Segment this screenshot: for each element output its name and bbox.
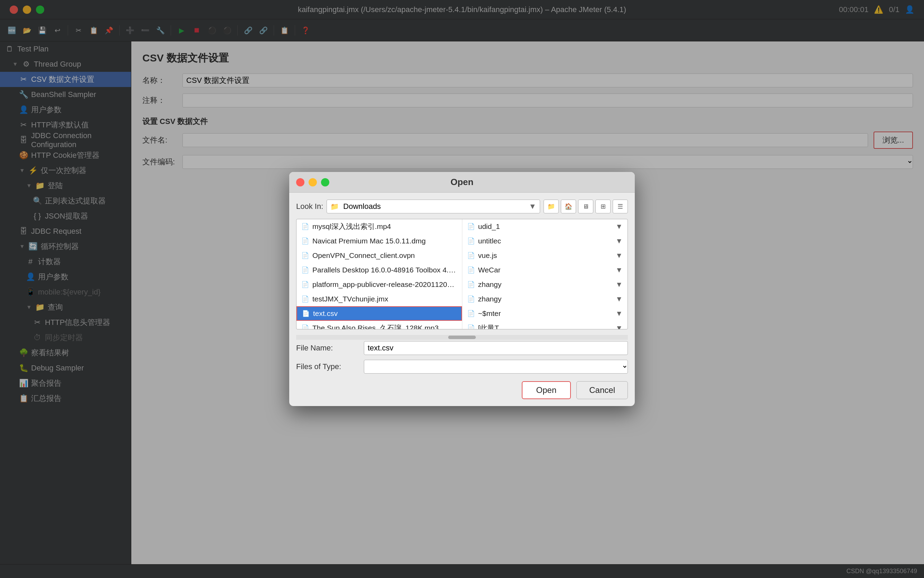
file-name-r: udid_1 bbox=[478, 222, 500, 231]
dropdown-r6: ▼ bbox=[615, 295, 623, 303]
file-list-right: 📄 udid_1 ▼ 📄 untitlec ▼ 📄 vue.js ▼ bbox=[462, 219, 628, 329]
dropdown-r7: ▼ bbox=[615, 309, 623, 318]
dialog-titlebar: Open bbox=[289, 172, 635, 193]
csv-icon: 📄 bbox=[302, 310, 310, 317]
open-button[interactable]: Open bbox=[522, 381, 571, 399]
file-icon: 📄 bbox=[301, 266, 309, 274]
dropdown-r4: ▼ bbox=[615, 266, 623, 274]
file-name-r7: ~$mter bbox=[478, 309, 501, 318]
look-in-select[interactable]: 📁 Downloads ▼ bbox=[327, 200, 540, 213]
desktop-btn[interactable]: 🖥 bbox=[578, 200, 593, 213]
cancel-button[interactable]: Cancel bbox=[576, 381, 628, 399]
file-item-r5[interactable]: 📄 zhangy ▼ bbox=[462, 277, 628, 292]
file-name: OpenVPN_Connect_client.ovpn bbox=[312, 252, 415, 260]
dialog-overlay: Open Look In: 📁 Downloads ▼ 📁 🏠 🖥 ⊞ ☰ bbox=[0, 0, 924, 578]
file-icon: 📄 bbox=[301, 324, 309, 329]
file-icon-r6: 📄 bbox=[467, 295, 475, 303]
dialog-window-controls[interactable] bbox=[296, 178, 329, 187]
file-name: platform_app-publicver-release-202011202… bbox=[312, 280, 457, 289]
file-name-label: File Name: bbox=[296, 344, 358, 352]
dialog-body: Look In: 📁 Downloads ▼ 📁 🏠 🖥 ⊞ ☰ bbox=[289, 193, 635, 406]
file-item-r2[interactable]: 📄 untitlec ▼ bbox=[462, 234, 628, 248]
file-item[interactable]: 📄 Navicat Premium Mac 15.0.11.dmg bbox=[296, 234, 462, 248]
file-icon-r7: 📄 bbox=[467, 310, 475, 317]
dropdown-r8: ▼ bbox=[615, 324, 623, 329]
file-list-left: 📄 mysql深入浅出索引.mp4 📄 Navicat Premium Mac … bbox=[296, 219, 462, 329]
folder-icon: 📁 bbox=[330, 202, 339, 211]
open-dialog: Open Look In: 📁 Downloads ▼ 📁 🏠 🖥 ⊞ ☰ bbox=[289, 172, 635, 406]
file-icon-r2: 📄 bbox=[467, 237, 475, 245]
file-name-r8: [此量T bbox=[478, 323, 499, 329]
file-icon-r3: 📄 bbox=[467, 252, 475, 259]
list-view-btn[interactable]: ☰ bbox=[613, 200, 628, 213]
file-icon-r4: 📄 bbox=[467, 266, 475, 274]
file-name-input[interactable] bbox=[364, 341, 628, 355]
filename-row-dialog: File Name: bbox=[296, 341, 628, 355]
file-name-r3: vue.js bbox=[478, 252, 497, 260]
look-in-value: Downloads bbox=[343, 202, 526, 211]
file-item-r4[interactable]: 📄 WeCar ▼ bbox=[462, 263, 628, 277]
file-list-container: 📄 mysql深入浅出索引.mp4 📄 Navicat Premium Mac … bbox=[296, 219, 628, 330]
grid-view-btn[interactable]: ⊞ bbox=[595, 200, 611, 213]
file-item[interactable]: 📄 mysql深入浅出索引.mp4 bbox=[296, 219, 462, 234]
file-name: mysql深入浅出索引.mp4 bbox=[312, 222, 391, 231]
scrollbar-thumb[interactable] bbox=[448, 336, 476, 339]
dropdown-r3: ▼ bbox=[615, 252, 623, 260]
file-item-r3[interactable]: 📄 vue.js ▼ bbox=[462, 248, 628, 263]
dialog-maximize-btn[interactable] bbox=[321, 178, 329, 187]
dropdown-r2: ▼ bbox=[615, 237, 623, 245]
dropdown-arrow: ▼ bbox=[529, 202, 536, 211]
look-in-label: Look In: bbox=[296, 202, 323, 211]
file-item[interactable]: 📄 platform_app-publicver-release-2020112… bbox=[296, 277, 462, 292]
file-name: Navicat Premium Mac 15.0.11.dmg bbox=[312, 237, 426, 245]
new-folder-btn[interactable]: 📁 bbox=[543, 200, 559, 213]
home-btn[interactable]: 🏠 bbox=[561, 200, 576, 213]
files-of-type-select[interactable] bbox=[364, 360, 628, 373]
file-item[interactable]: 📄 Parallels Desktop 16.0.0-48916 Toolbox… bbox=[296, 263, 462, 277]
file-name-r5: zhangy bbox=[478, 280, 502, 289]
file-icon-r8: 📄 bbox=[467, 324, 475, 329]
file-item-selected[interactable]: 📄 text.csv bbox=[296, 306, 462, 321]
dialog-minimize-btn[interactable] bbox=[309, 178, 317, 187]
dropdown-r: ▼ bbox=[615, 222, 623, 231]
dropdown-r5: ▼ bbox=[615, 280, 623, 289]
dialog-actions: Open Cancel bbox=[296, 378, 628, 399]
file-name: Parallels Desktop 16.0.0-48916 Toolbox 4… bbox=[312, 266, 457, 274]
file-item[interactable]: 📄 OpenVPN_Connect_client.ovpn bbox=[296, 248, 462, 263]
file-toolbar-icons: 📁 🏠 🖥 ⊞ ☰ bbox=[543, 200, 628, 213]
file-icon: 📄 bbox=[301, 223, 309, 230]
file-item-r1[interactable]: 📄 udid_1 ▼ bbox=[462, 219, 628, 234]
file-icon: 📄 bbox=[301, 252, 309, 259]
scrollbar-hint bbox=[296, 335, 628, 340]
file-name-selected: text.csv bbox=[313, 309, 338, 318]
look-in-row: Look In: 📁 Downloads ▼ 📁 🏠 🖥 ⊞ ☰ bbox=[296, 200, 628, 213]
file-item-r6[interactable]: 📄 zhangy ▼ bbox=[462, 292, 628, 306]
file-item[interactable]: 📄 The Sun Also Rises_久石譲_128K.mp3 bbox=[296, 321, 462, 329]
file-icon-r: 📄 bbox=[467, 223, 475, 230]
file-name-r2: untitlec bbox=[478, 237, 501, 245]
files-of-type-label: Files of Type: bbox=[296, 362, 358, 371]
dialog-close-btn[interactable] bbox=[296, 178, 304, 187]
file-icon: 📄 bbox=[301, 281, 309, 288]
file-item-r8[interactable]: 📄 [此量T ▼ bbox=[462, 321, 628, 329]
file-item-r7[interactable]: 📄 ~$mter ▼ bbox=[462, 306, 628, 321]
file-name: The Sun Also Rises_久石譲_128K.mp3 bbox=[312, 323, 439, 329]
filetype-row-dialog: Files of Type: bbox=[296, 360, 628, 373]
file-name: testJMX_TVchunjie.jmx bbox=[312, 295, 388, 303]
file-name-r4: WeCar bbox=[478, 266, 501, 274]
file-icon: 📄 bbox=[301, 237, 309, 245]
file-name-r6: zhangy bbox=[478, 295, 502, 303]
file-icon-r5: 📄 bbox=[467, 281, 475, 288]
file-item[interactable]: 📄 testJMX_TVchunjie.jmx bbox=[296, 292, 462, 306]
dialog-title: Open bbox=[296, 177, 628, 187]
file-icon: 📄 bbox=[301, 295, 309, 303]
